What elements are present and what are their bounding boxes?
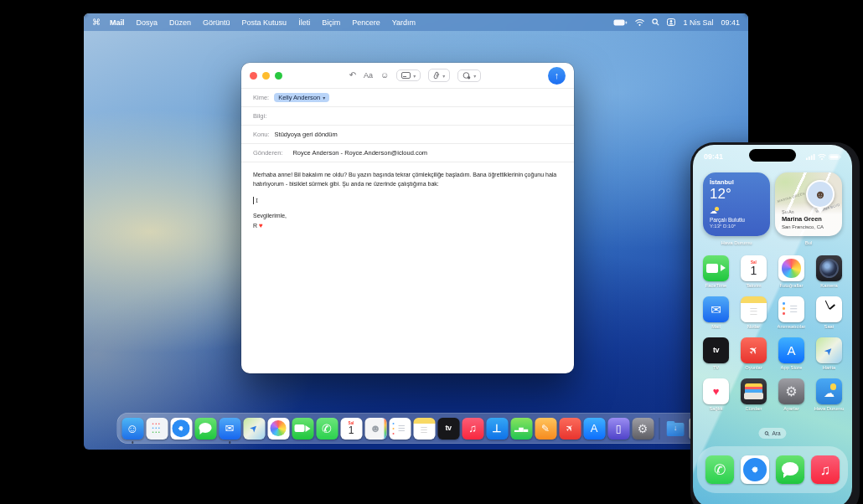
menu-ileti[interactable]: İleti xyxy=(292,18,316,27)
settings-app-icon[interactable]: ⚙ xyxy=(632,418,654,440)
send-button[interactable]: ↑ xyxy=(548,67,566,85)
mail-glyph-icon: ✉ xyxy=(225,423,235,434)
takvim-app-icon[interactable]: Sal1Takvim xyxy=(741,255,767,288)
wifi-icon[interactable] xyxy=(635,19,644,26)
app-store-app-icon[interactable]: AApp Store xyxy=(778,337,804,370)
close-button[interactable] xyxy=(250,72,257,80)
menu-mail[interactable]: Mail xyxy=(104,18,131,27)
fotograflar-glyph-icon xyxy=(782,259,800,277)
notlar-tile: ☰ xyxy=(741,296,767,322)
cuzdan-app-icon[interactable]: Cüzdan xyxy=(741,378,767,411)
launchpad-tile: ••• xyxy=(146,418,168,440)
chevron-down-icon: ▾ xyxy=(323,95,325,100)
kamera-app-icon[interactable]: Kamera xyxy=(816,255,842,288)
iphone-clock: 09:41 xyxy=(704,152,723,161)
safari-app-icon[interactable]: ➤ xyxy=(170,418,192,440)
notlar-app-icon[interactable]: ☰Notlar xyxy=(741,296,767,329)
chevron-down-icon: ▾ xyxy=(442,73,445,79)
keynote-app-icon[interactable]: ⊥ xyxy=(486,418,508,440)
notes-app-icon[interactable]: ☰ xyxy=(413,418,435,440)
spotlight-search-icon[interactable] xyxy=(652,18,659,26)
iphone-mirroring-app-icon[interactable]: ▯ xyxy=(607,418,629,440)
contacts-app-icon[interactable]: ☻ xyxy=(364,418,386,440)
telefon-app-icon[interactable]: ✆ xyxy=(705,455,734,484)
undo-icon[interactable]: ↶ xyxy=(349,71,356,80)
downloads-app-icon[interactable]: ↓ xyxy=(664,418,686,440)
contacts-glyph-icon: ☻ xyxy=(369,423,381,434)
message-body[interactable]: Merhaba anne! Bil bakalım ne oldu? Bu ya… xyxy=(241,162,574,373)
attach-button[interactable]: ▾ xyxy=(428,69,450,82)
zoom-button[interactable] xyxy=(275,72,282,80)
finder-app-icon[interactable]: ☺ xyxy=(121,418,143,440)
home-search-pill[interactable]: Ara xyxy=(758,428,786,439)
oyunlar-app-icon[interactable]: ✈Oyunlar xyxy=(741,337,767,370)
emoji-icon[interactable]: ☺ xyxy=(380,71,389,80)
calendar-app-icon[interactable]: Sal1 xyxy=(340,418,362,440)
menu-posta-kutusu[interactable]: Posta Kutusu xyxy=(236,18,293,27)
safari-app-icon[interactable]: ➤ xyxy=(741,455,769,484)
tv-app-icon[interactable]: tv xyxy=(437,418,459,440)
subject-field[interactable]: Konu: Stüdyoya geri döndüm xyxy=(241,126,574,144)
format-button[interactable]: Aa xyxy=(364,72,373,80)
saglik-app-icon[interactable]: ♥Sağlık xyxy=(703,378,729,411)
hava-durumu-app-icon[interactable]: ☁Hava Durumu xyxy=(816,378,842,411)
numbers-app-icon[interactable]: ▂▅▃ xyxy=(510,418,532,440)
mail-label: Mail xyxy=(711,324,721,329)
weather-widget[interactable]: İstanbul 12° ☁ Parçalı Bulutlu Y:13° D:1… xyxy=(703,172,770,236)
fotograflar-app-icon[interactable]: Fotoğraflar xyxy=(778,255,804,288)
menu-pencere[interactable]: Pencere xyxy=(346,18,386,27)
ayarlar-app-icon[interactable]: ⚙Ayarlar xyxy=(778,378,804,411)
header-fields-button[interactable]: ▾ xyxy=(396,69,421,81)
messages-app-icon[interactable] xyxy=(194,418,216,440)
animsaticilar-app-icon[interactable]: ☰Anımsatıcılar xyxy=(778,296,804,329)
menu-goruntu[interactable]: Görüntü xyxy=(197,18,236,27)
paperclip-icon xyxy=(433,71,440,80)
muzik-app-icon[interactable]: ♫ xyxy=(811,455,840,484)
mail-app-icon[interactable]: ✉Mail xyxy=(703,296,729,329)
oyunlar-label: Oyunlar xyxy=(745,365,762,370)
from-field[interactable]: Gönderen: Royce Anderson - Royce.Anderso… xyxy=(241,144,574,162)
tv-app-icon[interactable]: tvTV xyxy=(703,337,729,370)
menu-dosya[interactable]: Dosya xyxy=(131,18,164,27)
menu-bar: ⌘ MailDosyaDüzenGörüntüPosta Kutusuİleti… xyxy=(84,13,748,31)
telefon-glyph-icon: ✆ xyxy=(714,463,726,477)
insert-media-button[interactable]: ▾ xyxy=(457,69,481,82)
dock: ☺•••➤✉➤✆Sal1☻☰☰tv♫⊥▂▅▃✎✈A▯⚙↓ xyxy=(116,413,716,444)
phone-tile: ✆ xyxy=(316,418,338,440)
from-label: Gönderen: xyxy=(253,149,282,157)
mail-glyph-icon: ✉ xyxy=(711,303,721,316)
pages-app-icon[interactable]: ✎ xyxy=(535,418,556,440)
findmy-widget[interactable]: MARINA GREEN DR MARINA BLVD ☻ Şu An Mari… xyxy=(775,172,842,236)
menu-bar-date[interactable]: 1 Nis Sal xyxy=(683,18,713,27)
animsaticilar-glyph-icon: ☰ xyxy=(789,305,798,314)
harita-app-icon[interactable]: ➤Harita xyxy=(816,337,842,370)
menu-duzen[interactable]: Düzen xyxy=(163,18,197,27)
mail-app-icon[interactable]: ✉ xyxy=(219,418,240,440)
reminders-app-icon[interactable]: ☰ xyxy=(389,418,411,440)
phone-app-icon[interactable]: ✆ xyxy=(316,418,338,440)
saat-app-icon[interactable]: Saat xyxy=(816,296,842,329)
photos-app-icon[interactable] xyxy=(267,418,289,440)
app-store-app-icon[interactable]: A xyxy=(583,418,605,440)
to-field[interactable]: Kime: Kelly Anderson ▾ xyxy=(241,89,574,107)
facetime-app-icon[interactable] xyxy=(292,418,313,440)
kamera-tile xyxy=(816,255,842,281)
user-switch-icon[interactable] xyxy=(667,18,675,26)
arcade-app-icon[interactable]: ✈ xyxy=(559,418,581,440)
music-app-icon[interactable]: ♫ xyxy=(462,418,483,440)
facetime-app-icon[interactable]: FaceTime xyxy=(703,255,729,288)
menu-yardim[interactable]: Yardım xyxy=(386,18,421,27)
maps-app-icon[interactable]: ➤ xyxy=(243,418,265,440)
apple-menu-icon[interactable]: ⌘ xyxy=(92,18,101,27)
mesajlar-app-icon[interactable] xyxy=(776,455,804,484)
recipient-token[interactable]: Kelly Anderson ▾ xyxy=(274,93,329,102)
iphone-screen: 09:41 xyxy=(693,145,852,504)
ibeam-cursor-icon: I xyxy=(256,196,258,206)
menu-bar-clock[interactable]: 09:41 xyxy=(721,18,740,27)
menu-bicim[interactable]: Biçim xyxy=(316,18,346,27)
muzik-tile: ♫ xyxy=(811,455,840,484)
cc-field[interactable]: Bilgi: xyxy=(241,107,574,126)
findmy-person-name: Marina Green xyxy=(782,215,822,223)
minimize-button[interactable] xyxy=(262,72,270,80)
launchpad-app-icon[interactable]: ••• xyxy=(146,418,168,440)
